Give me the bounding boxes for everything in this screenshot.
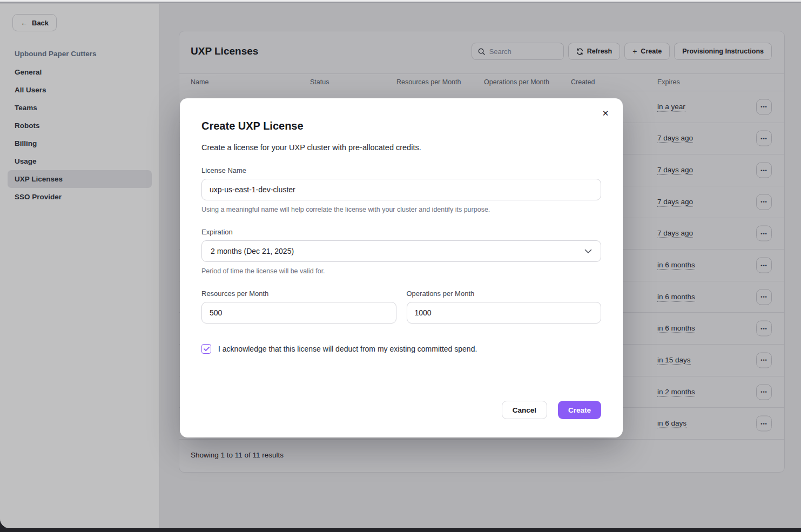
checkmark-icon <box>204 347 210 352</box>
license-name-field[interactable] <box>201 179 601 200</box>
expiration-select[interactable]: 2 months (Dec 21, 2025) <box>201 240 601 262</box>
expiration-helper: Period of time the license will be valid… <box>201 267 601 275</box>
acknowledgement-label: I acknowledge that this license will ded… <box>218 345 477 353</box>
license-name-label: License Name <box>201 166 601 174</box>
resources-field-group: Resources per Month <box>201 275 396 324</box>
operations-field-group: Operations per Month <box>407 275 602 324</box>
expiration-label: Expiration <box>201 228 601 236</box>
expiration-value: 2 months (Dec 21, 2025) <box>211 247 294 255</box>
modal-title: Create UXP License <box>201 120 601 132</box>
acknowledgement-checkbox[interactable] <box>201 344 211 354</box>
modal-description: Create a license for your UXP cluster wi… <box>201 143 601 152</box>
create-submit-button[interactable]: Create <box>558 401 601 419</box>
license-name-helper: Using a meaningful name will help correl… <box>201 206 601 213</box>
resources-label: Resources per Month <box>201 289 396 298</box>
modal-footer: Cancel Create <box>201 401 601 419</box>
window-chrome-strip <box>0 0 801 3</box>
chevron-down-icon <box>584 249 592 254</box>
acknowledgement-row: I acknowledge that this license will ded… <box>201 344 601 354</box>
create-uxp-license-modal: ✕ Create UXP License Create a license fo… <box>180 98 623 437</box>
cancel-button[interactable]: Cancel <box>502 401 547 419</box>
close-icon[interactable]: ✕ <box>599 107 612 120</box>
screen: ← Back Upbound Paper Cutters General All… <box>0 0 801 532</box>
operations-label: Operations per Month <box>407 289 602 298</box>
resources-field[interactable] <box>201 302 396 324</box>
operations-field[interactable] <box>407 302 602 324</box>
